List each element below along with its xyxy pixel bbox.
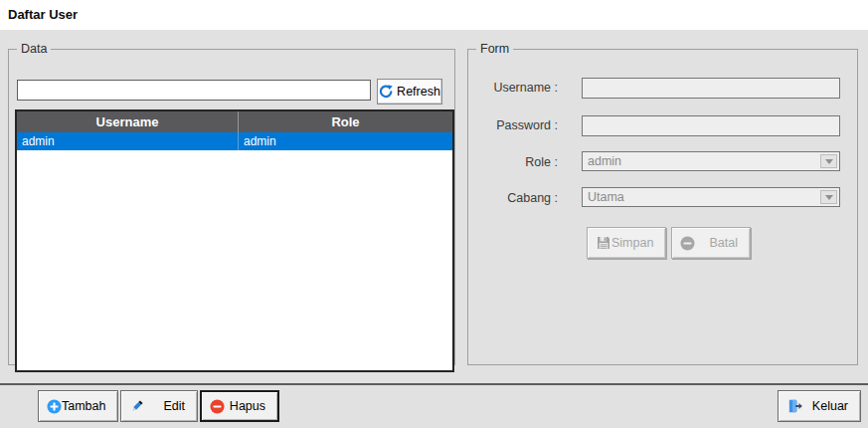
role-select: admin [582,151,840,171]
role-label: Role : [478,155,558,169]
cabang-dropdown-button [820,190,837,204]
save-floppy-icon [596,235,611,251]
edit-pencil-icon [129,399,144,414]
title-bar: Daftar User [0,0,868,30]
chevron-down-icon [825,159,833,164]
username-label: Username : [478,81,558,95]
user-table: Username Role admin admin [15,109,454,372]
password-label: Password : [478,118,558,132]
role-dropdown-button [820,154,837,168]
password-field [582,115,840,136]
simpan-button: Simpan [587,227,666,259]
table-row[interactable]: admin admin [17,132,452,150]
batal-button-label: Batal [695,236,750,250]
refresh-button-label: Refresh [397,85,440,99]
main-panel: Data Refresh Username Role admin [0,30,868,383]
table-header-row: Username Role [17,111,452,132]
cabang-select: Utama [582,187,840,207]
form-groupbox: Form Username : Password : Role : admin … [467,42,858,365]
edit-button-label: Edit [144,399,197,413]
page-title: Daftar User [8,7,78,22]
add-plus-icon [47,399,62,414]
form-group-label: Form [476,42,513,56]
chevron-down-icon [825,195,833,200]
cell-username: admin [17,132,239,150]
tambah-button[interactable]: Tambah [38,390,118,422]
refresh-button[interactable]: Refresh [377,79,442,105]
keluar-button[interactable]: Keluar [778,390,861,422]
search-input[interactable] [17,80,371,101]
hapus-button-label: Hapus [225,399,277,413]
delete-minus-icon [210,399,225,414]
batal-button: Batal [671,227,751,259]
column-header-role[interactable]: Role [239,111,452,132]
cabang-label: Cabang : [478,191,558,205]
daftar-user-window: Daftar User Data Refresh Username Role [0,0,868,428]
refresh-icon [379,85,393,99]
hapus-button[interactable]: Hapus [200,390,279,422]
username-field [582,78,840,99]
cancel-minus-icon [680,236,695,251]
footer-bar: Tambah Edit Hapus [0,385,868,428]
edit-button[interactable]: Edit [120,390,198,422]
data-groupbox: Data Refresh Username Role admin [8,42,455,365]
tambah-button-label: Tambah [62,399,117,413]
cell-role: admin [239,132,452,150]
cabang-selected-value: Utama [588,190,624,204]
keluar-button-label: Keluar [803,399,860,413]
exit-door-icon [786,398,803,414]
column-header-username[interactable]: Username [17,111,239,132]
simpan-button-label: Simpan [611,236,665,250]
role-selected-value: admin [588,154,621,168]
data-group-label: Data [17,42,51,56]
